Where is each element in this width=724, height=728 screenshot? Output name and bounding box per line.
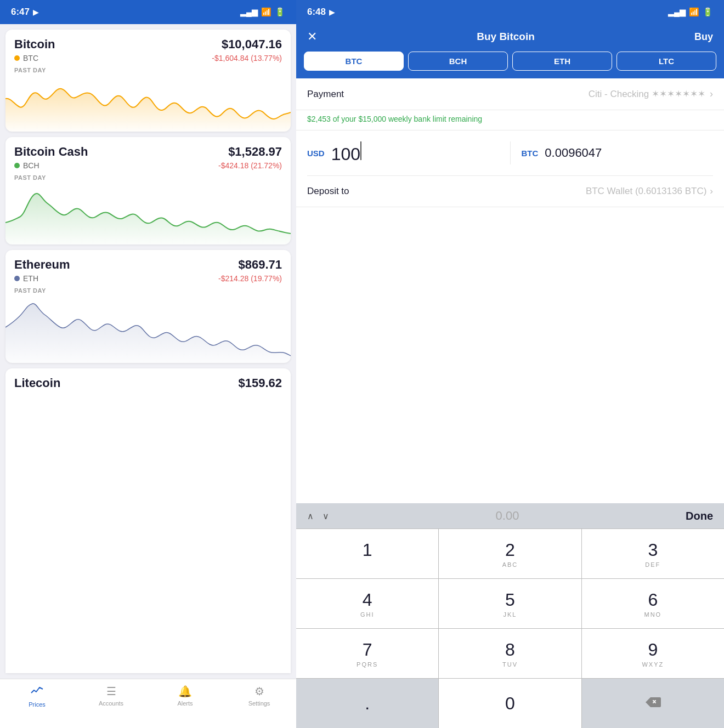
bitcoin-chart-label: PAST DAY — [5, 67, 291, 77]
key-5-alpha: JKL — [504, 611, 517, 618]
location-icon-left: ▶ — [33, 8, 38, 16]
accounts-icon: ☰ — [106, 685, 116, 698]
btc-value: 0.0096047 — [545, 146, 602, 160]
usd-label: USD — [307, 149, 325, 158]
spacer — [296, 207, 724, 503]
key-3[interactable]: 3 DEF — [582, 529, 724, 578]
bitcoin-price: $10,047.16 — [212, 37, 282, 52]
bch-price: $1,528.97 — [218, 145, 282, 159]
signal-icon-right: ▂▄▆ — [668, 8, 686, 16]
key-2-alpha: ABC — [502, 561, 518, 568]
payment-chevron: › — [710, 88, 713, 100]
key-7-num: 7 — [363, 640, 372, 660]
right-body: Payment Citi - Checking ✶✶✶✶✶✶✶ › $2,453… — [296, 78, 724, 728]
prices-icon — [31, 685, 44, 699]
battery-icon-right: 🔋 — [703, 7, 713, 17]
bch-chart — [5, 184, 291, 244]
keypad-preview: 0.00 — [329, 509, 686, 523]
key-4-alpha: GHI — [360, 611, 375, 618]
wifi-icon-left: 📶 — [261, 7, 272, 17]
eth-chart — [5, 297, 291, 363]
deposit-chevron: › — [710, 186, 713, 197]
key-1[interactable]: 1 — [296, 529, 438, 578]
key-0[interactable]: 0 — [439, 679, 581, 728]
nav-prices-label: Prices — [29, 701, 46, 708]
bch-chart-label: PAST DAY — [5, 174, 291, 184]
btc-amount: BTC 0.0096047 — [511, 146, 714, 160]
usd-amount: USD 100 — [307, 141, 511, 164]
status-time-right: 6:48 ▶ — [307, 7, 335, 18]
bitcoin-name: Bitcoin — [14, 37, 55, 52]
battery-icon-left: 🔋 — [275, 7, 285, 17]
bitcoin-card[interactable]: Bitcoin BTC $10,047.16 -$1,604.84 (13.77… — [5, 30, 291, 132]
deposit-row[interactable]: Deposit to BTC Wallet (0.6013136 BTC) › — [296, 176, 724, 207]
ltc-price: $159.62 — [238, 376, 282, 390]
tab-eth[interactable]: ETH — [512, 52, 612, 71]
key-8-num: 8 — [505, 640, 515, 660]
left-panel: 6:47 ▶ ▂▄▆ 📶 🔋 Bitcoin BTC $10,047.16 — [0, 0, 296, 728]
key-4[interactable]: 4 GHI — [296, 579, 438, 628]
arrow-up[interactable]: ∧ — [307, 511, 314, 521]
nav-accounts[interactable]: ☰ Accounts — [74, 685, 148, 707]
status-bar-left: 6:47 ▶ ▂▄▆ 📶 🔋 — [0, 0, 296, 24]
nav-accounts-label: Accounts — [99, 700, 123, 707]
bch-change: -$424.18 (21.72%) — [218, 161, 282, 170]
ltc-card-header: Litecoin $159.62 — [5, 368, 291, 395]
status-bar-right: 6:48 ▶ ▂▄▆ 📶 🔋 — [296, 0, 724, 24]
key-7[interactable]: 7 PQRS — [296, 629, 438, 678]
eth-symbol: ETH — [14, 274, 70, 283]
tab-bch[interactable]: BCH — [408, 52, 508, 71]
key-8-alpha: TUV — [502, 661, 518, 668]
settings-icon: ⚙ — [254, 685, 264, 698]
key-6-num: 6 — [648, 590, 658, 610]
nav-settings[interactable]: ⚙ Settings — [222, 685, 296, 707]
buy-header-title: Buy Bitcoin — [477, 31, 535, 43]
key-9-alpha: WXYZ — [642, 661, 664, 668]
key-2[interactable]: 2 ABC — [439, 529, 581, 578]
payment-row[interactable]: Payment Citi - Checking ✶✶✶✶✶✶✶ › — [296, 78, 724, 110]
key-4-num: 4 — [363, 590, 372, 610]
alerts-icon: 🔔 — [178, 685, 192, 698]
key-3-alpha: DEF — [645, 561, 660, 568]
keypad-area: ∧ ∨ 0.00 Done 1 2 ABC — [296, 503, 724, 728]
key-6[interactable]: 6 MNO — [582, 579, 724, 628]
eth-chart-label: PAST DAY — [5, 287, 291, 297]
done-button[interactable]: Done — [686, 510, 713, 522]
arrow-down[interactable]: ∨ — [323, 511, 329, 521]
key-8[interactable]: 8 TUV — [439, 629, 581, 678]
nav-settings-label: Settings — [248, 700, 270, 707]
coin-tabs: BTC BCH ETH LTC — [296, 52, 724, 78]
eth-name: Ethereum — [14, 258, 70, 272]
key-1-num: 1 — [363, 540, 372, 560]
bitcoin-card-header: Bitcoin BTC $10,047.16 -$1,604.84 (13.77… — [5, 30, 291, 67]
ethereum-card[interactable]: Ethereum ETH $869.71 -$214.28 (19.77%) P… — [5, 250, 291, 363]
litecoin-card-partial[interactable]: Litecoin $159.62 — [5, 368, 291, 673]
crypto-list: Bitcoin BTC $10,047.16 -$1,604.84 (13.77… — [0, 24, 296, 679]
key-delete[interactable] — [582, 679, 724, 728]
bch-dot — [14, 163, 20, 168]
key-1-alpha — [366, 561, 369, 568]
wifi-icon-right: 📶 — [689, 7, 699, 17]
key-9[interactable]: 9 WXYZ — [582, 629, 724, 678]
location-icon-right: ▶ — [329, 8, 335, 16]
deposit-label: Deposit to — [307, 186, 349, 197]
nav-alerts[interactable]: 🔔 Alerts — [148, 685, 222, 707]
payment-value-row: Citi - Checking ✶✶✶✶✶✶✶ › — [589, 88, 713, 100]
nav-prices[interactable]: Prices — [0, 685, 74, 708]
signal-icon-left: ▂▄▆ — [240, 8, 258, 16]
eth-change: -$214.28 (19.77%) — [218, 274, 282, 283]
buy-button[interactable]: Buy — [694, 31, 713, 43]
eth-dot — [14, 276, 20, 281]
nav-alerts-label: Alerts — [177, 700, 193, 707]
status-icons-right: ▂▄▆ 📶 🔋 — [668, 7, 713, 17]
bch-symbol: BCH — [14, 161, 88, 170]
bitcoin-cash-card[interactable]: Bitcoin Cash BCH $1,528.97 -$424.18 (21.… — [5, 137, 291, 244]
deposit-value: BTC Wallet (0.6013136 BTC) — [586, 186, 706, 197]
key-5[interactable]: 5 JKL — [439, 579, 581, 628]
tab-ltc[interactable]: LTC — [616, 52, 716, 71]
tab-btc[interactable]: BTC — [304, 52, 404, 71]
close-button[interactable]: ✕ — [307, 30, 317, 44]
time-left: 6:47 — [11, 7, 30, 18]
key-dot[interactable]: . — [296, 679, 438, 728]
eth-card-header: Ethereum ETH $869.71 -$214.28 (19.77%) — [5, 250, 291, 287]
